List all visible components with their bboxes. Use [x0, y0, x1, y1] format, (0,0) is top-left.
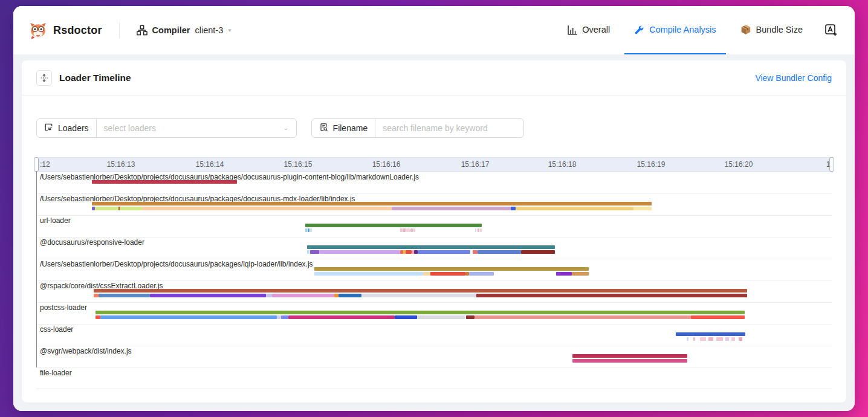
- loader-span-bar[interactable]: [516, 207, 633, 210]
- loader-span-bar[interactable]: [94, 294, 99, 297]
- brand: Rsdoctor: [28, 20, 102, 40]
- loader-span-bar[interactable]: [100, 315, 277, 319]
- loader-span-bar[interactable]: [92, 202, 652, 205]
- loader-span-bar[interactable]: [716, 337, 723, 341]
- loader-span-bar[interactable]: [476, 294, 747, 297]
- axis-tick-label: 15:16:14: [196, 160, 224, 169]
- loader-span-bar[interactable]: [430, 272, 465, 276]
- filename-search-input[interactable]: [383, 123, 516, 133]
- loader-span-bar[interactable]: [725, 337, 729, 341]
- loader-span-bar[interactable]: [281, 315, 288, 319]
- loader-span-bar[interactable]: [99, 294, 150, 297]
- loader-span-bar[interactable]: [572, 272, 589, 276]
- loader-span-bar[interactable]: [277, 315, 281, 319]
- loader-span-bar[interactable]: [150, 294, 266, 297]
- loader-span-bar[interactable]: [739, 337, 742, 341]
- loader-span-bar[interactable]: [403, 228, 406, 232]
- loader-span-bar[interactable]: [307, 250, 309, 254]
- loader-span-bar[interactable]: [142, 207, 392, 210]
- loader-span-bar[interactable]: [392, 207, 511, 210]
- nav-bundle-size[interactable]: Bundle Size: [731, 6, 812, 54]
- loader-span-bar[interactable]: [406, 228, 410, 232]
- loader-span-bar[interactable]: [572, 359, 687, 363]
- loader-span-bar[interactable]: [691, 315, 745, 319]
- header-divider: [119, 22, 120, 38]
- loader-span-bar[interactable]: [423, 272, 430, 276]
- loader-timeline-card: Loader Timeline View Bundler Config: [22, 60, 846, 402]
- loader-span-bar[interactable]: [410, 228, 413, 232]
- loader-span-bar[interactable]: [118, 207, 120, 210]
- loader-span-bar[interactable]: [475, 228, 476, 232]
- loader-span-bar[interactable]: [474, 315, 691, 319]
- loader-span-bar[interactable]: [272, 294, 334, 297]
- loader-span-bar[interactable]: [334, 294, 338, 297]
- loader-span-bar[interactable]: [693, 337, 695, 341]
- rsdoctor-window: Rsdoctor Compiler client-3 ▾: [13, 6, 855, 411]
- timeline-rows: /Users/sebastienlorber/Desktop/projects/…: [36, 172, 832, 389]
- main-nav: Overall Compile Analysis: [557, 6, 840, 54]
- app-title: Rsdoctor: [53, 24, 102, 37]
- package-icon: [740, 24, 751, 35]
- loader-span-bar[interactable]: [521, 250, 555, 254]
- loader-span-bar[interactable]: [307, 245, 555, 249]
- loader-span-bar[interactable]: [305, 228, 307, 232]
- loader-span-bar[interactable]: [417, 315, 465, 319]
- loaders-filter-group: Loaders select loaders ⌄: [36, 118, 297, 138]
- loader-span-bar[interactable]: [478, 250, 521, 254]
- timeline-row: file-loader: [36, 367, 832, 389]
- loader-span-bar[interactable]: [400, 228, 403, 232]
- filename-input-wrap: [375, 119, 523, 137]
- compiler-selector[interactable]: Compiler client-3 ▾: [137, 25, 232, 36]
- language-toggle-button[interactable]: [817, 6, 840, 54]
- loader-span-bar[interactable]: [556, 272, 572, 276]
- loader-span-bar[interactable]: [96, 311, 745, 314]
- loader-span-bar[interactable]: [266, 294, 272, 297]
- loader-span-bar[interactable]: [406, 250, 412, 254]
- loaders-select[interactable]: select loaders ⌄: [97, 119, 296, 137]
- loader-span-bar[interactable]: [310, 250, 319, 254]
- loader-span-bar[interactable]: [314, 267, 589, 271]
- loader-span-bar[interactable]: [288, 315, 395, 319]
- loader-span-bar[interactable]: [480, 228, 482, 232]
- brush-handle-right[interactable]: [829, 157, 834, 172]
- loader-span-bar[interactable]: [310, 228, 312, 232]
- loader-span-bar[interactable]: [305, 224, 482, 227]
- time-axis[interactable]: :1215:16:1315:16:1415:16:1515:16:1615:16…: [36, 157, 832, 172]
- loader-span-bar[interactable]: [92, 180, 237, 184]
- brush-handle-left[interactable]: [34, 157, 39, 172]
- axis-tick-label: 15:16:17: [461, 160, 490, 169]
- loader-span-bar[interactable]: [418, 250, 470, 254]
- loader-span-bar[interactable]: [700, 337, 706, 341]
- loader-span-bar[interactable]: [478, 228, 479, 232]
- loader-span-bar[interactable]: [395, 315, 417, 319]
- filename-filter-label: Filename: [333, 123, 368, 133]
- wrench-icon: [634, 25, 644, 35]
- nav-compile-analysis[interactable]: Compile Analysis: [624, 6, 725, 54]
- loader-span-bar[interactable]: [687, 337, 688, 341]
- loader-span-bar[interactable]: [473, 250, 478, 254]
- loader-span-bar[interactable]: [511, 207, 516, 210]
- loader-span-bar[interactable]: [469, 272, 494, 276]
- axis-tick-label: 15:16:16: [372, 160, 401, 169]
- loader-span-bar[interactable]: [361, 294, 476, 297]
- loader-span-bar[interactable]: [338, 294, 361, 297]
- loader-span-bar[interactable]: [413, 228, 415, 232]
- view-bundler-config-link[interactable]: View Bundler Config: [755, 73, 832, 83]
- loader-span-bar[interactable]: [708, 337, 713, 341]
- loader-span-bar[interactable]: [94, 289, 747, 293]
- loader-span-bar[interactable]: [308, 228, 309, 232]
- loader-span-bar[interactable]: [319, 250, 400, 254]
- timeline-row: @svgr/webpack/dist/index.js: [36, 346, 832, 367]
- nav-overall[interactable]: Overall: [557, 6, 620, 54]
- chevron-down-icon: ⌄: [283, 125, 288, 131]
- loader-span-bar[interactable]: [731, 337, 735, 341]
- loader-span-bar[interactable]: [633, 207, 652, 210]
- loader-span-bar[interactable]: [314, 272, 423, 276]
- loader-span-bar[interactable]: [676, 332, 745, 336]
- loader-span-bar[interactable]: [572, 354, 687, 358]
- loader-span-bar[interactable]: [96, 315, 100, 319]
- loader-span-bar[interactable]: [466, 315, 474, 319]
- axis-tick-label: 15:16:15: [284, 160, 313, 169]
- filename-filter-addon: Filename: [312, 119, 376, 137]
- row-label: css-loader: [40, 325, 73, 334]
